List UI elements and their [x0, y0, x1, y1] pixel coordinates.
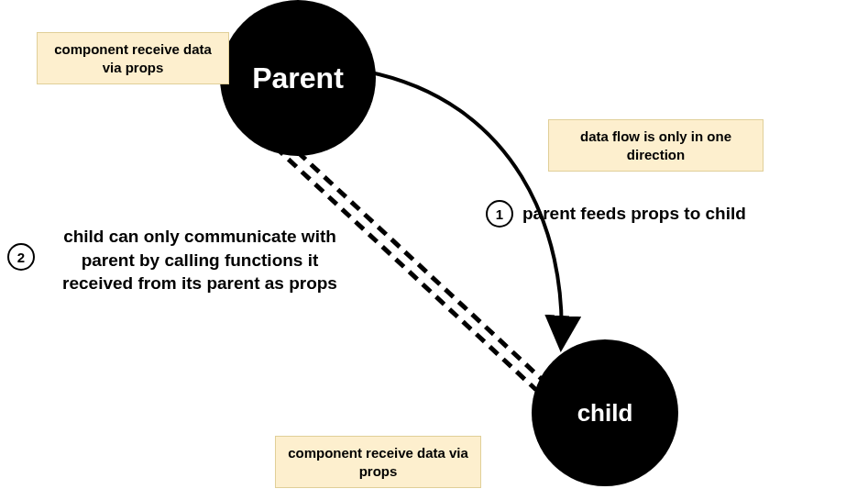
step-1-text: parent feeds props to child [522, 204, 746, 224]
note-data-flow: data flow is only in one direction [548, 119, 764, 172]
step-1: 1 parent feeds props to child [486, 200, 746, 228]
note-parent-props-text: component receive data via props [54, 41, 212, 75]
note-data-flow-text: data flow is only in one direction [580, 128, 731, 162]
note-child-props: component receive data via props [275, 436, 481, 488]
node-child: child [532, 339, 678, 486]
step-2: 2 child can only communicate with parent… [7, 225, 356, 295]
node-parent-label: Parent [252, 61, 344, 95]
note-parent-props: component receive data via props [37, 32, 229, 84]
step-2-text: child can only communicate with parent b… [44, 225, 356, 295]
note-child-props-text: component receive data via props [288, 445, 468, 479]
step-1-number: 1 [486, 200, 513, 228]
node-parent: Parent [220, 0, 376, 156]
node-child-label: child [577, 399, 633, 428]
step-2-number: 2 [7, 243, 35, 271]
